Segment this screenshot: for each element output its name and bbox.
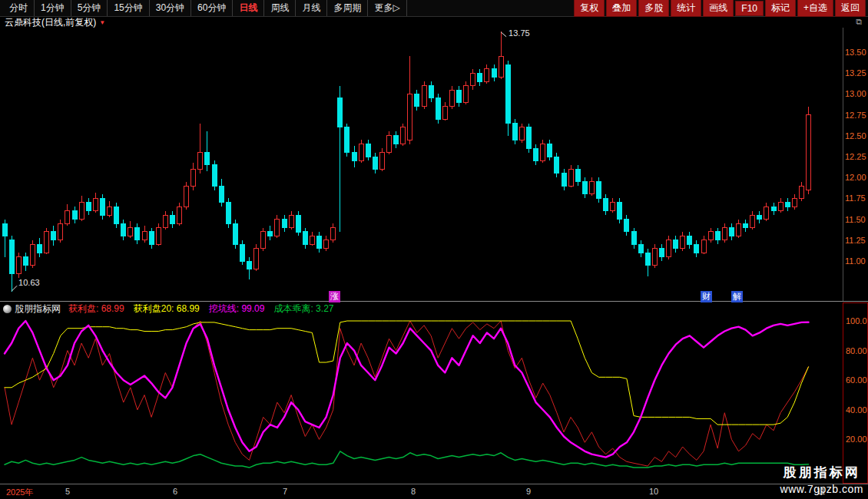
toolbar-menu: 复权叠加多股统计画线F10标记+自选返回 xyxy=(574,0,868,16)
event-tag-0[interactable]: 涨 xyxy=(329,291,340,302)
indicator-axis: 100.080.0060.0040.0020.00 xyxy=(843,302,868,484)
price-axis-label-8: 11.50 xyxy=(845,215,866,224)
toolbar-button-0[interactable]: 复权 xyxy=(574,0,605,17)
stock-title: 云鼎科技(日线,前复权) xyxy=(5,16,96,29)
event-tag-1[interactable]: 财 xyxy=(701,291,712,302)
indicator-field-3: 成本乖离: 3.27 xyxy=(273,303,333,314)
price-axis-label-3: 12.75 xyxy=(845,111,866,120)
price-axis-label-4: 12.50 xyxy=(845,131,866,140)
indicator-axis-label-0: 100.0 xyxy=(846,316,867,326)
indicator-axis-label-3: 40.00 xyxy=(846,405,867,415)
brand-name: 股朋指标网 xyxy=(15,302,61,316)
top-menubar: 分时1分钟5分钟15分钟30分钟60分钟日线周线月线多周期更多▷ 复权叠加多股统… xyxy=(0,0,868,17)
watermark-title: 股朋指标网 xyxy=(780,464,863,481)
indicator-header: 股朋指标网 获利盘: 68.99获利盘20: 68.99挖坑线: 99.09成本… xyxy=(0,303,841,315)
dropdown-caret-icon[interactable]: ▼ xyxy=(99,19,105,26)
period-menu-item-10[interactable]: 更多▷ xyxy=(368,0,406,16)
period-menu-item-0[interactable]: 分时 xyxy=(3,0,35,16)
price-axis-label-1: 13.25 xyxy=(845,68,866,78)
time-axis: 2025年567891011 xyxy=(0,484,868,499)
period-menu-item-9[interactable]: 多周期 xyxy=(327,0,368,16)
indicator-field-1: 获利盘20: 68.99 xyxy=(134,303,200,314)
toolbar-button-3[interactable]: 统计 xyxy=(671,0,701,17)
price-axis-label-10: 11.00 xyxy=(845,256,866,266)
price-axis-label-0: 13.50 xyxy=(845,48,866,57)
indicator-axis-label-2: 60.00 xyxy=(846,375,867,385)
indicator-line-成本乖离 xyxy=(5,451,809,468)
price-axis-label-7: 11.75 xyxy=(845,193,866,203)
time-axis-tick-1: 5 xyxy=(65,487,70,496)
candlestick-chart-pane[interactable]: 13.75 10.63 xyxy=(0,28,843,296)
event-tag-2[interactable]: 解 xyxy=(731,291,743,302)
low-price-annotation: 10.63 xyxy=(18,278,40,287)
brand-logo-icon xyxy=(3,305,12,313)
price-axis-label-9: 11.25 xyxy=(845,236,866,245)
indicator-chart-pane[interactable] xyxy=(0,316,843,484)
toolbar-button-7[interactable]: +自选 xyxy=(797,0,833,17)
indicator-line-获利盘 xyxy=(5,321,809,466)
price-axis-label-5: 12.25 xyxy=(845,152,866,161)
indicator-line-挖坑线 xyxy=(5,321,809,458)
toolbar-button-1[interactable]: 叠加 xyxy=(606,0,637,17)
time-axis-tick-4: 8 xyxy=(411,487,416,496)
time-axis-tick-5: 9 xyxy=(526,487,531,496)
toolbar-button-2[interactable]: 多股 xyxy=(638,0,669,17)
time-axis-tick-0: 2025年 xyxy=(6,487,33,498)
indicator-axis-label-1: 80.00 xyxy=(846,346,867,355)
indicator-field-0: 获利盘: 68.99 xyxy=(68,303,124,314)
indicator-axis-label-4: 20.00 xyxy=(846,435,867,444)
title-bar: 云鼎科技(日线,前复权) ▼ ⧉ xyxy=(0,17,868,28)
period-menu-item-7[interactable]: 周线 xyxy=(264,0,296,16)
period-menu-item-2[interactable]: 5分钟 xyxy=(71,0,108,16)
price-axis: 13.5013.2513.0012.7512.5012.2512.0011.75… xyxy=(843,28,868,301)
period-menu-item-8[interactable]: 月线 xyxy=(296,0,327,16)
time-axis-tick-2: 6 xyxy=(173,487,177,496)
candlestick-svg xyxy=(0,28,843,296)
period-menu-item-5[interactable]: 60分钟 xyxy=(191,0,233,16)
toolbar-button-8[interactable]: 返回 xyxy=(835,0,866,17)
period-menu-item-4[interactable]: 30分钟 xyxy=(150,0,191,16)
price-axis-label-2: 13.00 xyxy=(845,89,866,98)
period-menu-item-3[interactable]: 15分钟 xyxy=(108,0,149,16)
toolbar-button-6[interactable]: 标记 xyxy=(765,0,796,17)
price-axis-label-6: 12.00 xyxy=(845,173,866,182)
watermark: 股朋指标网 www.7gpzb.com xyxy=(780,464,863,495)
watermark-url: www.7gpzb.com xyxy=(780,483,863,495)
time-axis-tick-6: 10 xyxy=(649,487,658,496)
high-price-annotation: 13.75 xyxy=(509,28,530,38)
toolbar-button-5[interactable]: F10 xyxy=(735,1,764,16)
indicator-field-2: 挖坑线: 99.09 xyxy=(209,303,265,314)
indicator-svg xyxy=(0,316,843,484)
time-axis-tick-3: 7 xyxy=(283,487,287,496)
period-menu-item-6[interactable]: 日线 xyxy=(233,0,264,16)
window-icon[interactable]: ⧉ xyxy=(856,17,862,27)
period-menu-item-1[interactable]: 1分钟 xyxy=(35,0,71,16)
period-menu: 分时1分钟5分钟15分钟30分钟60分钟日线周线月线多周期更多▷ xyxy=(0,0,407,16)
indicator-values: 获利盘: 68.99获利盘20: 68.99挖坑线: 99.09成本乖离: 3.… xyxy=(68,302,343,316)
toolbar-button-4[interactable]: 画线 xyxy=(703,0,734,17)
